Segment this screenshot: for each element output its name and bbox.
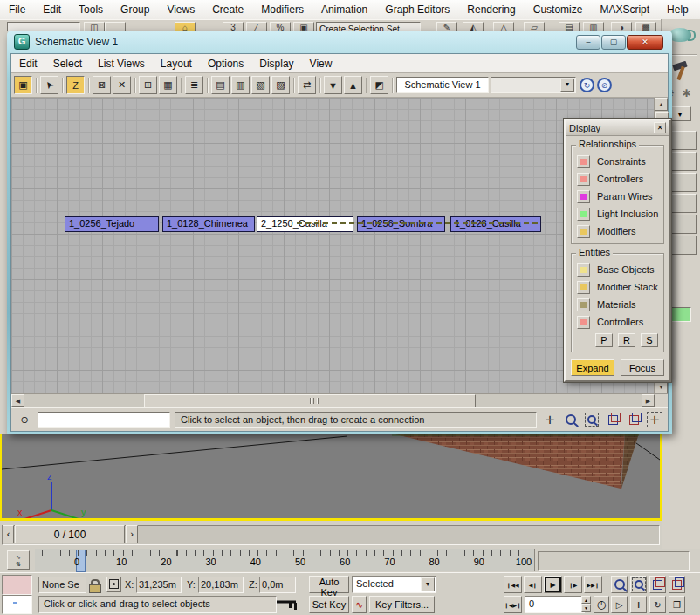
- checkbox-modifiers[interactable]: [577, 225, 590, 238]
- filter-p-button[interactable]: P: [595, 333, 613, 347]
- zoom-extents-all-button[interactable]: [669, 576, 685, 593]
- preferences-button[interactable]: ◩: [370, 76, 388, 94]
- menu-help[interactable]: Help: [658, 1, 697, 19]
- current-frame-field[interactable]: 0: [525, 596, 585, 613]
- move-children-button[interactable]: ⇄: [298, 76, 316, 94]
- maxscript-mini-listener-white[interactable]: [2, 595, 32, 614]
- scroll-right-icon[interactable]: ▶: [642, 394, 655, 407]
- sv-menu-layout[interactable]: Layout: [153, 55, 200, 72]
- menu-edit[interactable]: Edit: [34, 1, 70, 19]
- scroll-up-icon[interactable]: ▲: [655, 98, 668, 111]
- maxscript-mini-listener-pink[interactable]: [2, 575, 32, 595]
- y-coordinate-field[interactable]: 20,183m: [198, 577, 244, 593]
- sv-menu-list-views[interactable]: List Views: [90, 55, 153, 72]
- menu-customize[interactable]: Customize: [525, 1, 592, 19]
- focus-button[interactable]: Focus: [621, 359, 664, 376]
- menu-graph-editors[interactable]: Graph Editors: [376, 1, 458, 19]
- checkbox-param-wires[interactable]: [577, 190, 590, 203]
- schematic-view-name-field[interactable]: Schematic View 1: [396, 77, 489, 93]
- time-configuration-button[interactable]: ◷: [594, 596, 609, 613]
- x-coordinate-field[interactable]: 31,235m: [136, 577, 182, 593]
- schematic-node[interactable]: 1_0128_Casilla: [450, 216, 541, 232]
- checkbox-constraints[interactable]: [577, 155, 590, 168]
- schematic-node[interactable]: 1_0256_Tejado: [65, 216, 159, 232]
- menu-animation[interactable]: Animation: [312, 1, 376, 19]
- menu-group[interactable]: Group: [112, 1, 158, 19]
- field-of-view-button[interactable]: ▷: [611, 596, 628, 613]
- bookmark-dropdown[interactable]: ▾: [491, 77, 576, 93]
- free-all-button[interactable]: ▧: [251, 76, 270, 94]
- filter-r-button[interactable]: R: [618, 333, 635, 347]
- scroll-left-icon[interactable]: ◀: [11, 394, 24, 407]
- minimize-button[interactable]: –: [576, 35, 600, 50]
- checkbox-materials[interactable]: [577, 298, 590, 311]
- key-mode-toggle-button[interactable]: ❙◀▶❙: [504, 596, 522, 613]
- menu-file[interactable]: File: [0, 1, 34, 19]
- key-subobjects-dropdown[interactable]: Selected ▾: [352, 576, 436, 593]
- sv-pan-button[interactable]: ✛: [541, 411, 559, 428]
- hierarchy-mode-button[interactable]: ⊞: [139, 76, 157, 94]
- checkbox-modifier-stack[interactable]: [577, 281, 590, 294]
- sv-pan-region-button[interactable]: ✛: [646, 411, 663, 428]
- find-object-icon[interactable]: ⊙: [16, 412, 33, 427]
- menu-tools[interactable]: Tools: [70, 1, 112, 19]
- mini-curve-editor-button[interactable]: ∿⇅: [7, 550, 30, 570]
- menu-modifiers[interactable]: Modifiers: [252, 1, 312, 19]
- sv-zoom-button[interactable]: [562, 411, 580, 428]
- dropdown-arrow-icon[interactable]: ▾: [560, 79, 574, 92]
- arrange-children-button[interactable]: ▤: [211, 76, 230, 94]
- always-arrange-button[interactable]: ≣: [185, 76, 203, 94]
- display-floater-button[interactable]: ▣: [14, 76, 32, 94]
- maximize-button[interactable]: ▢: [601, 35, 626, 50]
- checkbox-controllers[interactable]: [577, 316, 590, 329]
- reference-mode-button[interactable]: ▦: [159, 76, 177, 94]
- shrink-selected-button[interactable]: ▼: [324, 76, 342, 94]
- default-in-out-tangents-button[interactable]: ∿: [352, 596, 367, 613]
- go-to-end-button[interactable]: ▶▶❙: [584, 576, 602, 593]
- arrange-selected-button[interactable]: ▥: [231, 76, 250, 94]
- color-swatch[interactable]: [670, 307, 691, 322]
- next-frame-arrow[interactable]: ›: [126, 525, 138, 543]
- close-icon[interactable]: ✕: [654, 122, 666, 133]
- unlink-selected-button[interactable]: ⊠: [93, 76, 111, 94]
- unshrink-selected-button[interactable]: ▲: [344, 76, 362, 94]
- sv-menu-view[interactable]: View: [302, 55, 340, 72]
- selection-lock-icon[interactable]: [89, 579, 100, 591]
- schematic-node[interactable]: 1_0128_Chimenea: [162, 216, 255, 232]
- horizontal-scroll-thumb[interactable]: [144, 394, 476, 407]
- sv-zoom-extents-selected-button[interactable]: [625, 411, 642, 428]
- checkbox-controllers[interactable]: [577, 173, 590, 186]
- zoom-extents-button[interactable]: [649, 576, 666, 593]
- schematic-node[interactable]: 1_0256_Sombra: [357, 216, 445, 232]
- object-filter-input[interactable]: [38, 412, 170, 428]
- sv-menu-edit[interactable]: Edit: [11, 55, 45, 72]
- arc-rotate-button[interactable]: ↻: [649, 596, 666, 613]
- next-frame-button[interactable]: ❙▶: [564, 576, 582, 593]
- pan-view-button[interactable]: ✛: [630, 596, 647, 613]
- horizontal-scrollbar[interactable]: ◀ ▶: [11, 393, 668, 407]
- previous-frame-button[interactable]: ◀❙: [524, 576, 542, 593]
- schematic-node[interactable]: 2_1250_Casilla: [257, 216, 353, 232]
- min-max-toggle-button[interactable]: ❐: [669, 596, 685, 613]
- expand-button[interactable]: Expand: [571, 359, 614, 376]
- sv-menu-select[interactable]: Select: [45, 55, 90, 72]
- time-slider-button[interactable]: 0 / 100: [15, 525, 125, 543]
- spin-down-icon[interactable]: ▼: [581, 604, 591, 612]
- frame-spinner[interactable]: ▲ ▼: [581, 596, 591, 612]
- spin-up-icon[interactable]: ▲: [581, 596, 591, 604]
- utilities-tab-hammer-icon[interactable]: [672, 61, 690, 82]
- sv-menu-display[interactable]: Display: [251, 55, 301, 72]
- display-panel-titlebar[interactable]: Display ✕: [566, 120, 669, 136]
- frame-ruler[interactable]: 0102030405060708090100: [35, 549, 535, 571]
- menu-rendering[interactable]: Rendering: [458, 1, 524, 19]
- perspective-viewport[interactable]: z x y: [0, 434, 662, 521]
- sv-menu-options[interactable]: Options: [200, 55, 251, 72]
- checkbox-base-objects[interactable]: [577, 263, 590, 277]
- set-key-button[interactable]: Set Key: [309, 596, 349, 613]
- key-filters-button[interactable]: Key Filters...: [369, 596, 435, 613]
- connect-button[interactable]: Z: [66, 76, 85, 94]
- previous-frame-arrow[interactable]: ‹: [3, 525, 14, 543]
- menu-create[interactable]: Create: [203, 1, 252, 19]
- zoom-button[interactable]: [611, 576, 628, 593]
- filter-s-button[interactable]: S: [641, 333, 658, 347]
